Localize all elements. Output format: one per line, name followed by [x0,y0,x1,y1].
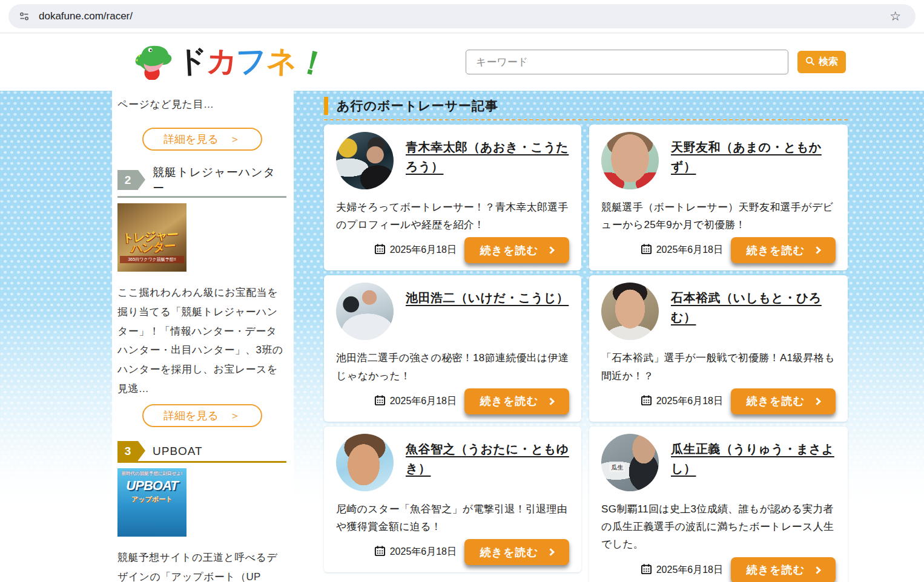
chevron-right-icon [813,397,821,405]
read-more-button[interactable]: 続きを読む [731,557,836,582]
boat-name-label: 瓜生 [609,463,625,472]
article-date: 2025年6月18日 [374,243,457,257]
search-button-label: 検索 [819,56,838,68]
detail-button-2[interactable]: 詳細を見る ＞ [142,404,262,427]
bookmark-star-icon[interactable]: ☆ [889,9,901,24]
section-accent-bar [324,97,328,115]
article-card: 石本裕武（いしもと・ひろむ） 「石本裕武」選手が一般戦で初優勝！A1級昇格も間近… [589,275,848,421]
article-title-link[interactable]: 瓜生正義（うりゅう・まさよし） [671,434,836,491]
racer-photo[interactable] [336,283,394,340]
site-logo[interactable]: ド カ フ ネ ！ [132,42,328,82]
search-area: 検索 [466,50,846,74]
calendar-icon [374,545,386,559]
article-description: 競艇選手（ボートレーサー）天野友和選手がデビューから25年9か月で初優勝！ [601,198,836,234]
chevron-right-icon [547,549,555,557]
logo-text: ド カ フ ネ ！ [177,46,328,79]
ranking-item2-title[interactable]: 競艇トレジャーハンター [153,165,286,196]
article-card: 魚谷智之（うおたに・ともゆき） 尼崎のスター「魚谷智之」が電撃引退！引退理由や獲… [324,427,581,572]
site-settings-icon[interactable] [18,10,30,22]
search-input[interactable] [466,50,788,74]
rank-badge-3: 3 [117,441,138,461]
section-header: あ行のボートレーサー記事 [324,96,848,116]
ranking-item3-description: 競艇予想サイトの王道と呼べるデザインの「アップボート（UP BOAT）」。 予想… [117,548,286,582]
article-description: 夫婦そろってボートレーサー！？青木幸太郎選手のプロフィールや経歴を紹介！ [336,198,569,234]
article-card-grid: 青木幸太郎（あおき・こうたろう） 夫婦そろってボートレーサー！？青木幸太郎選手の… [324,125,848,582]
detail-button-1[interactable]: 詳細を見る ＞ [142,128,262,151]
article-date: 2025年6月18日 [374,545,457,559]
article-description: 尼崎のスター「魚谷智之」が電撃引退！引退理由や獲得賞金額に迫る！ [336,500,569,535]
calendar-icon [374,394,386,408]
chevron-right-icon [813,247,821,255]
racer-photo[interactable]: 瓜生 [601,434,659,491]
chevron-right-icon: ＞ [229,408,240,423]
article-card: 瓜生 瓜生正義（うりゅう・まさよし） SG制覇11回は史上3位成績、誰もが認める… [589,427,848,582]
read-more-button[interactable]: 続きを読む [731,237,836,263]
calendar-icon [374,243,386,257]
browser-bar: dokafune.com/racer/ ☆ [0,0,924,33]
read-more-button[interactable]: 続きを読む [464,539,569,565]
racer-photo[interactable] [601,283,659,340]
article-card: 池田浩二（いけだ・こうじ） 池田浩二選手の強さの秘密！18節連続優出は伊達じゃな… [324,275,581,421]
racer-photo[interactable] [336,132,394,189]
chevron-right-icon [547,247,555,255]
ranking-item2-description: ここ掘れわんわん級にお宝配当を掘り当てる「競艇トレジャーハンター」！「情報ハンタ… [117,283,286,399]
article-list-section: あ行のボートレーサー記事 青木幸太郎（あおき・こうたろう） 夫婦そろってボートレ… [324,91,848,582]
search-button[interactable]: 検索 [797,51,846,73]
address-bar[interactable]: dokafune.com/racer/ ☆ [8,4,916,28]
calendar-icon [641,243,652,257]
chevron-right-icon [813,566,821,574]
article-card: 青木幸太郎（あおき・こうたろう） 夫婦そろってボートレーサー！？青木幸太郎選手の… [324,125,581,270]
site-header: ド カ フ ネ ！ 検索 [0,33,924,91]
ranking-item2-header: 2 競艇トレジャーハンター [117,165,286,198]
article-title-link[interactable]: 池田浩二（いけだ・こうじ） [406,283,569,340]
article-date: 2025年6月18日 [641,243,723,257]
article-description: 池田浩二選手の強さの秘密！18節連続優出は伊達じゃなかった！ [336,349,569,384]
chevron-right-icon [547,397,555,405]
calendar-icon [641,394,652,408]
rank-badge-2: 2 [117,170,138,190]
magnifier-icon [805,56,815,68]
article-title-link[interactable]: 青木幸太郎（あおき・こうたろう） [406,132,569,189]
article-description: 「石本裕武」選手が一般戦で初優勝！A1級昇格も間近か！？ [601,349,836,384]
ranking-item3-title[interactable]: UPBOAT [153,445,203,458]
racer-photo[interactable] [601,132,659,189]
article-date: 2025年6月18日 [641,563,723,577]
read-more-button[interactable]: 続きを読む [464,237,569,263]
article-title-link[interactable]: 魚谷智之（うおたに・ともゆき） [406,434,569,491]
calendar-icon [641,563,652,577]
chevron-right-icon: ＞ [229,132,240,146]
crocodile-icon [132,42,174,82]
ranking-item3-thumbnail[interactable]: 新時代の競艇予想に刮目せよ! UPBOAT アップボート [117,468,186,537]
article-card: 天野友和（あまの・ともかず） 競艇選手（ボートレーサー）天野友和選手がデビューか… [589,125,848,270]
article-title-link[interactable]: 天野友和（あまの・ともかず） [671,132,836,189]
read-more-button[interactable]: 続きを読む [464,388,569,414]
url-text[interactable]: dokafune.com/racer/ [39,10,889,22]
article-title-link[interactable]: 石本裕武（いしもと・ひろむ） [671,283,836,340]
ranking-item1-teaser: ページなど見た目… [117,96,286,114]
article-date: 2025年6月18日 [641,394,723,408]
ranking-item2-thumbnail[interactable]: トレジャー ハンター 365日ワクワク競艇予想!! [117,203,186,272]
page-content: ページなど見た目… 詳細を見る ＞ 2 競艇トレジャーハンター トレジャー ハン… [0,91,924,582]
article-date: 2025年6月18日 [374,394,457,408]
section-divider [324,119,848,120]
ranking-item3-header: 3 UPBOAT [117,441,286,463]
section-title: あ行のボートレーサー記事 [337,97,498,114]
racer-photo[interactable] [336,434,394,491]
sidebar-ranking: ページなど見た目… 詳細を見る ＞ 2 競艇トレジャーハンター トレジャー ハン… [112,91,294,582]
read-more-button[interactable]: 続きを読む [731,388,836,414]
article-description: SG制覇11回は史上3位成績、誰もが認める実力者の瓜生正義選手の波乱に満ちたボー… [601,500,836,554]
